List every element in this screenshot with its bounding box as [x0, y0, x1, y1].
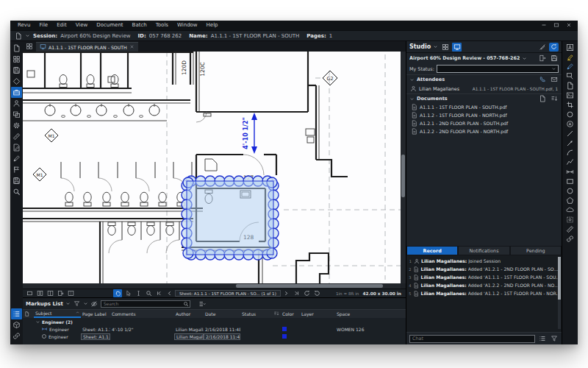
last-page-icon[interactable]	[293, 289, 301, 297]
sort-documents-icon[interactable]	[549, 94, 559, 103]
image-tool-icon[interactable]	[564, 91, 576, 100]
column-date[interactable]: Date	[204, 310, 240, 318]
markups-group-row[interactable]: Engineer (2)	[23, 318, 406, 325]
markup-color-chip[interactable]	[282, 327, 287, 331]
select-text-tool-icon[interactable]	[134, 289, 143, 297]
oval-tool-icon[interactable]	[564, 186, 576, 196]
record-item[interactable]: 4 Lilian Magallanes: Added 'A1.2.2 - 2ND…	[406, 281, 562, 289]
menu-revu[interactable]: Revu	[13, 21, 35, 30]
studio-chevron-icon[interactable]	[433, 43, 438, 52]
next-page-icon[interactable]	[282, 289, 291, 297]
book-view-icon[interactable]	[46, 289, 54, 297]
windows-panel-icon[interactable]	[11, 109, 22, 120]
record-scroll-thumb[interactable]	[558, 257, 561, 300]
cloud-markup[interactable]	[187, 181, 273, 255]
markups-summary-panel-icon[interactable]	[11, 142, 22, 153]
3d-model-panel-icon[interactable]	[11, 319, 22, 330]
studio-panel-icon[interactable]	[11, 87, 22, 98]
markup-row-ellipse[interactable]: Engineer Sheet: A1.1.1 ... Lilian Magall…	[23, 333, 406, 340]
documents-section-header[interactable]: Documents	[406, 93, 562, 103]
record-item[interactable]: 2 Lilian Magallanes: Added 'A1.2.1 - 2ND…	[406, 265, 562, 273]
markup-alerts-off-icon[interactable]	[537, 43, 547, 52]
text-box-tool-icon[interactable]	[564, 43, 576, 52]
markups-search-icon[interactable]	[182, 300, 190, 308]
signatures-panel-icon[interactable]	[11, 153, 22, 164]
pen-tool-icon[interactable]	[564, 62, 576, 71]
note-tool-icon[interactable]	[564, 81, 576, 91]
chat-filter-icon[interactable]	[549, 334, 559, 343]
column-color[interactable]: Color	[281, 310, 300, 318]
menu-view[interactable]: View	[71, 21, 93, 30]
column-subject[interactable]: Subject^	[34, 310, 81, 318]
document-item[interactable]: A1.2.1 - 2ND FLOOR PLAN - SOUTH.pdf	[406, 119, 562, 127]
record-item[interactable]: 1 Lilian Magallanes: Joined Session	[406, 257, 562, 265]
search-panel-icon[interactable]	[11, 186, 22, 197]
menu-tools[interactable]: Tools	[151, 21, 173, 30]
record-item[interactable]: 3 Lilian Magallanes: Added 'A1.1.1 - 1ST…	[406, 273, 562, 281]
horizontal-scroll-thumb[interactable]	[236, 284, 383, 288]
tab-record[interactable]: Record	[406, 246, 458, 255]
maximize-icon[interactable]	[553, 22, 559, 29]
rectangle-tool-icon[interactable]	[564, 177, 576, 186]
file-access-panel-icon[interactable]	[11, 43, 22, 54]
highlighter-tool-icon[interactable]	[564, 52, 576, 62]
links-panel-icon[interactable]	[11, 330, 22, 342]
thumbnails-panel-icon[interactable]	[11, 54, 22, 65]
file-menu-chevron-icon[interactable]	[25, 32, 30, 40]
polygon-tool-icon[interactable]	[564, 196, 576, 205]
markups-list-title[interactable]: Markups List	[26, 301, 63, 307]
save-session-icon[interactable]	[549, 54, 559, 63]
markups-search-input[interactable]	[101, 300, 190, 308]
tab-pending[interactable]: Pending	[510, 246, 562, 255]
single-page-view-icon[interactable]	[25, 289, 34, 297]
previous-view-icon[interactable]	[303, 289, 312, 297]
studio-title[interactable]: Studio	[409, 43, 431, 50]
measurements-panel-icon[interactable]	[11, 131, 22, 142]
column-layer[interactable]: Layer	[300, 310, 335, 318]
menu-edit[interactable]: Edit	[52, 21, 71, 30]
call-icon[interactable]	[537, 75, 547, 84]
vertical-scrollbar[interactable]	[401, 52, 406, 283]
my-status-select[interactable]	[437, 65, 559, 73]
column-space[interactable]: Space	[335, 310, 406, 318]
callout-tool-icon[interactable]	[564, 71, 576, 81]
menu-window[interactable]: Window	[173, 21, 202, 30]
minimize-icon[interactable]	[541, 22, 547, 29]
properties-panel-icon[interactable]	[11, 120, 22, 131]
tab-notifications[interactable]: Notifications	[458, 246, 509, 255]
document-tab[interactable]: A1.1.1 - 1ST FLOOR PLAN - SOUTH	[36, 42, 138, 52]
split-view-icon[interactable]	[66, 289, 75, 297]
polyline-tool-icon[interactable]	[564, 158, 576, 167]
hide-markups-icon[interactable]	[90, 300, 98, 308]
ellipse-tool-icon[interactable]	[564, 110, 576, 119]
panel-toggle-icon[interactable]	[24, 42, 35, 51]
record-item[interactable]: 5 Lilian Magallanes: Added 'A1.1.2 - 1ST…	[406, 289, 562, 297]
add-document-icon[interactable]	[537, 94, 547, 103]
file-menu-icon[interactable]	[14, 32, 22, 40]
markups-filter-chevron-icon[interactable]	[83, 300, 88, 308]
menu-file[interactable]: File	[35, 21, 52, 30]
stamp-tool-icon[interactable]	[564, 119, 576, 129]
attendee-row[interactable]: Lilian Magallanes A1.1.1 - 1ST FLOOR PLA…	[406, 84, 562, 93]
arc-tool-icon[interactable]	[564, 148, 576, 158]
drawing-canvas[interactable]: 120D 120C G2 M1 M1 127 128	[23, 52, 406, 289]
vertical-scroll-thumb[interactable]	[401, 155, 405, 197]
markup-row-dimension[interactable]: Engineer Sheet: A1.1.1 ... 4'-10 1/2" Li…	[23, 325, 406, 333]
studio-sessions-icon[interactable]	[452, 43, 462, 52]
menu-batch[interactable]: Batch	[128, 21, 151, 30]
sync-icon[interactable]	[549, 43, 559, 52]
bookmarks-panel-icon[interactable]	[11, 65, 22, 76]
menu-help[interactable]: Help	[202, 21, 223, 30]
markups-columns-icon[interactable]	[198, 300, 207, 308]
column-status[interactable]: Status	[240, 310, 281, 318]
recents-panel-icon[interactable]	[11, 175, 22, 186]
dimension-tool-icon[interactable]	[564, 167, 576, 177]
leave-session-icon[interactable]	[537, 54, 547, 63]
snapshot-tool-icon[interactable]	[564, 215, 576, 224]
flags-panel-icon[interactable]	[11, 164, 22, 175]
markups-filter-icon[interactable]	[73, 300, 81, 308]
sets-panel-icon[interactable]	[11, 98, 22, 109]
document-item[interactable]: A1.1.1 - 1ST FLOOR PLAN - SOUTH.pdf	[406, 103, 562, 111]
pan-tool-icon[interactable]	[113, 289, 122, 297]
attendees-section-header[interactable]: Attendees	[406, 74, 562, 84]
